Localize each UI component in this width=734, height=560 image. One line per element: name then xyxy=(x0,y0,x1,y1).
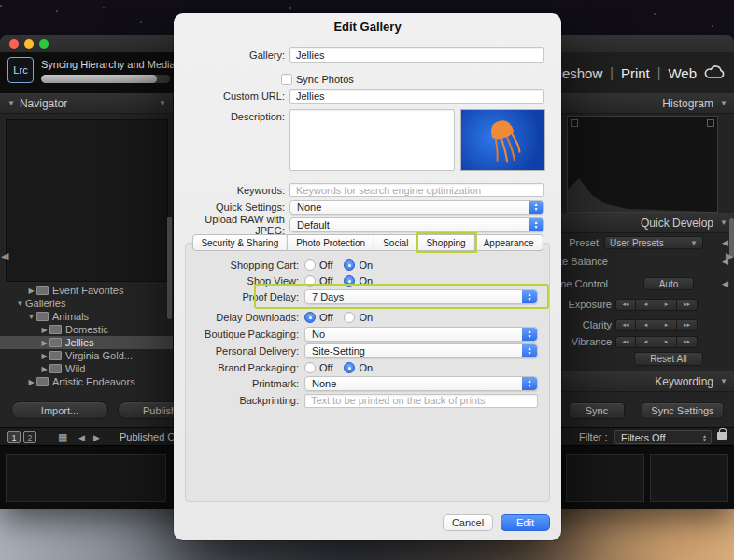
disclosure-triangle-icon[interactable]: ▼ xyxy=(15,300,25,308)
grid-view-icon[interactable]: ▦ xyxy=(58,431,67,443)
second-window-button[interactable]: 2 xyxy=(23,431,36,443)
disclosure-triangle-icon[interactable]: ▼ xyxy=(26,313,36,321)
collection-item-galleries[interactable]: ▼ Galleries xyxy=(0,297,173,310)
preset-dropdown[interactable]: User Presets ▼ xyxy=(604,236,703,249)
sync-settings-button[interactable]: Sync Settings xyxy=(642,402,724,419)
navigator-panel-header[interactable]: ▼ Navigator ▼ xyxy=(0,93,173,114)
filmstrip-thumbnail[interactable] xyxy=(566,454,644,502)
collection-item-event-favorites[interactable]: ▶ Event Favorites xyxy=(0,284,173,297)
backprinting-input[interactable]: Text to be printed on the back of prints xyxy=(304,394,538,408)
shop-view-off-radio[interactable] xyxy=(304,275,316,287)
panel-disclosure-icon[interactable]: ▼ xyxy=(159,99,166,107)
collection-label: Virginia Gold... xyxy=(65,350,133,361)
minimize-window-button[interactable] xyxy=(24,39,34,49)
custom-url-input[interactable]: Jellies xyxy=(289,89,544,104)
shopping-cart-on-radio[interactable] xyxy=(344,259,355,271)
filter-lock-icon[interactable] xyxy=(717,432,727,440)
back-arrow-icon[interactable]: ◀ xyxy=(78,433,85,442)
decrease-button[interactable]: ◂ xyxy=(636,319,656,331)
disclosure-triangle-icon[interactable]: ▶ xyxy=(26,378,36,386)
show-right-panel-icon[interactable]: ▶ xyxy=(726,250,733,262)
identity-plate: Lrc Syncing Hierarchy and Media xyxy=(0,52,177,93)
increase-button[interactable]: ▸ xyxy=(656,299,677,311)
tab-security-sharing[interactable]: Security & Sharing xyxy=(191,234,288,251)
increase-large-button[interactable]: ▸▸ xyxy=(677,299,698,311)
module-print[interactable]: Print xyxy=(621,65,650,81)
shop-view-on-radio[interactable] xyxy=(344,275,355,287)
filmstrip-thumbnail[interactable] xyxy=(650,454,728,502)
tab-social[interactable]: Social xyxy=(374,234,417,251)
stepper-icon: ▲▼ xyxy=(529,201,543,214)
panel-disclosure-icon[interactable]: ▼ xyxy=(720,377,727,385)
description-textarea[interactable] xyxy=(289,109,455,171)
backprinting-placeholder: Text to be printed on the back of prints xyxy=(311,395,486,406)
auto-tone-button[interactable]: Auto xyxy=(643,277,694,290)
panel-disclosure-icon[interactable]: ▼ xyxy=(720,99,727,107)
gallery-input[interactable]: Jellies xyxy=(289,47,544,63)
histogram-panel-header[interactable]: Histogram ▼ xyxy=(561,93,734,114)
increase-large-button[interactable]: ▸▸ xyxy=(677,319,698,331)
keywords-input[interactable]: Keywords for search engine optimization xyxy=(289,183,544,197)
collection-icon xyxy=(49,325,62,334)
disclosure-triangle-icon[interactable]: ▶ xyxy=(39,365,49,373)
decrease-large-button[interactable]: ◂◂ xyxy=(615,319,636,331)
filmstrip-thumbnail[interactable] xyxy=(6,454,166,502)
cancel-button[interactable]: Cancel xyxy=(443,514,493,531)
filter-dropdown[interactable]: Filters Off ▲ ▼ xyxy=(614,430,712,444)
edit-button[interactable]: Edit xyxy=(501,514,550,531)
import-button[interactable]: Import... xyxy=(11,401,108,419)
zoom-window-button[interactable] xyxy=(39,39,49,49)
collection-item-jellies[interactable]: ▶ Jellies xyxy=(0,336,173,349)
disclosure-triangle-icon[interactable]: ▶ xyxy=(39,326,49,334)
disclosure-triangle-icon[interactable]: ▶ xyxy=(26,287,36,295)
panel-disclosure-icon[interactable]: ▼ xyxy=(720,218,727,227)
collection-item-wild[interactable]: ▶ Wild xyxy=(0,362,173,375)
printmark-select[interactable]: None ▲▼ xyxy=(304,376,538,391)
tab-appearance[interactable]: Appearance xyxy=(475,234,543,251)
collection-item-artistic-endeavors[interactable]: ▶ Artistic Endeavors xyxy=(0,375,173,388)
delay-downloads-on-radio[interactable] xyxy=(344,312,355,323)
increase-button[interactable]: ▸ xyxy=(656,319,677,331)
disclosure-triangle-icon[interactable]: ▶ xyxy=(39,339,49,347)
brand-packaging-off-radio[interactable] xyxy=(304,362,316,373)
main-window-button[interactable]: 1 xyxy=(7,431,21,443)
increase-button[interactable]: ▸ xyxy=(656,336,677,348)
decrease-large-button[interactable]: ◂◂ xyxy=(615,299,636,311)
proof-delay-select[interactable]: 7 Days ▲▼ xyxy=(304,289,538,304)
upload-raw-select[interactable]: Default ▲▼ xyxy=(289,217,544,232)
panel-switch-icon[interactable]: ◀ xyxy=(722,238,728,247)
disclosure-triangle-icon[interactable]: ▶ xyxy=(39,352,49,360)
show-left-panel-icon[interactable]: ◀ xyxy=(1,250,8,262)
sync-button[interactable]: Sync xyxy=(569,402,625,419)
panel-switch-icon[interactable]: ◀ xyxy=(722,279,728,288)
personal-delivery-select[interactable]: Site-Setting ▲▼ xyxy=(304,343,538,358)
forward-arrow-icon[interactable]: ▶ xyxy=(93,433,100,442)
close-window-button[interactable] xyxy=(9,39,19,49)
tab-shopping[interactable]: Shopping xyxy=(417,234,474,251)
increase-large-button[interactable]: ▸▸ xyxy=(677,336,698,348)
tab-photo-protection[interactable]: Photo Protection xyxy=(288,234,374,251)
stepper-icon: ▲▼ xyxy=(522,377,537,390)
collection-item-animals[interactable]: ▼ Animals xyxy=(0,310,173,323)
sync-photos-checkbox[interactable] xyxy=(281,74,292,85)
collection-label: Jellies xyxy=(65,337,94,348)
delay-downloads-off-radio[interactable] xyxy=(304,312,316,323)
collection-item-domestic[interactable]: ▶ Domestic xyxy=(0,323,173,336)
quick-settings-select[interactable]: None ▲▼ xyxy=(289,200,544,215)
left-panel-scrollbar[interactable] xyxy=(167,217,172,319)
keywording-panel-header[interactable]: Keywording ▼ xyxy=(561,371,734,392)
collection-item-virginia-gold[interactable]: ▶ Virginia Gold... xyxy=(0,349,173,362)
shopping-cart-off-radio[interactable] xyxy=(304,259,316,271)
decrease-button[interactable]: ◂ xyxy=(636,299,656,311)
brand-packaging-on-radio[interactable] xyxy=(344,362,355,373)
decrease-button[interactable]: ◂ xyxy=(636,336,656,348)
quick-develop-panel-header[interactable]: Quick Develop ▼ xyxy=(561,213,734,233)
boutique-packaging-select[interactable]: No ▲▼ xyxy=(304,327,538,342)
decrease-large-button[interactable]: ◂◂ xyxy=(615,336,636,348)
highlight-clipping-icon[interactable] xyxy=(707,119,714,127)
cloud-sync-icon[interactable] xyxy=(704,64,727,82)
module-web[interactable]: Web xyxy=(668,65,697,81)
reset-all-button[interactable]: Reset All xyxy=(634,352,703,366)
shadow-clipping-icon[interactable] xyxy=(571,119,578,127)
collapse-triangle-icon[interactable]: ▼ xyxy=(7,99,15,107)
